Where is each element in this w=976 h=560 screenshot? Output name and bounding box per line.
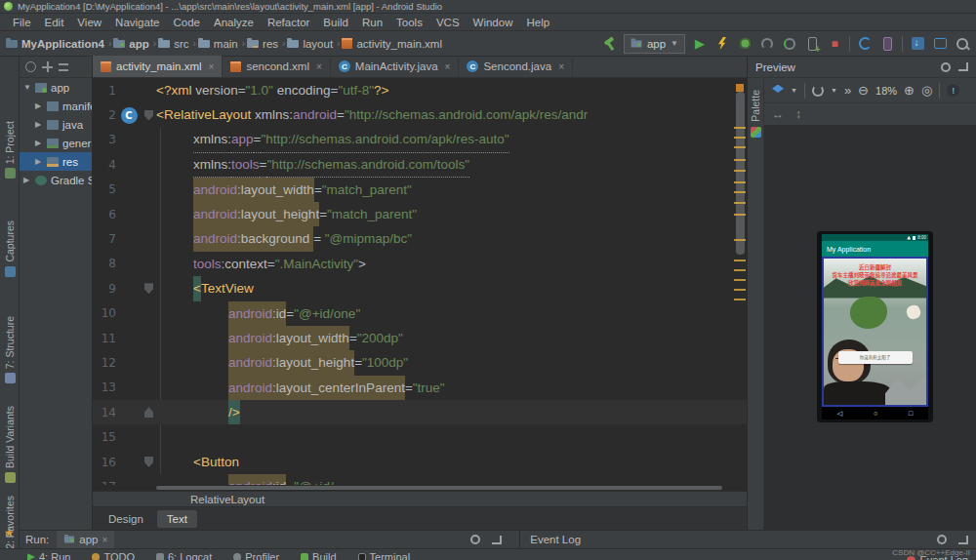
close-icon[interactable]: × <box>102 535 107 545</box>
status-bar-item-6-logcat[interactable]: 6: Logcat <box>156 551 212 560</box>
chevron-down-icon[interactable]: ▼ <box>831 87 837 94</box>
apply-changes-icon[interactable] <box>714 36 730 52</box>
menu-item-code[interactable]: Code <box>166 17 207 28</box>
breadcrumb-main[interactable]: main <box>198 38 238 50</box>
tree-item-gradle-scripts[interactable]: ▶Gradle Scripts <box>20 171 92 189</box>
close-icon[interactable]: × <box>316 61 322 72</box>
sdk-manager-icon[interactable] <box>910 36 925 52</box>
stop-icon[interactable]: ■ <box>827 36 842 52</box>
design-surface-icon[interactable] <box>772 85 784 97</box>
menu-item-navigate[interactable]: Navigate <box>108 17 166 28</box>
editor-tab-sencond.java[interactable]: CSencond.java× <box>459 56 573 77</box>
hide-panel-icon[interactable] <box>958 536 968 544</box>
select-device-icon[interactable] <box>804 36 820 52</box>
tool-strip-captures[interactable]: Captures <box>0 220 20 277</box>
tree-expand-arrow[interactable]: ▶ <box>23 176 31 184</box>
menu-item-refactor[interactable]: Refactor <box>261 17 316 28</box>
code-editor[interactable]: 1<?xml version="1.0" encoding="utf-8"?>2… <box>93 78 747 485</box>
fold-marker-icon[interactable] <box>144 110 153 121</box>
profiler-icon[interactable] <box>759 36 775 52</box>
locate-icon[interactable] <box>42 61 53 72</box>
mode-tab-text[interactable]: Text <box>157 510 197 528</box>
tree-item-app[interactable]: ▼app <box>20 78 92 97</box>
menu-item-run[interactable]: Run <box>355 17 389 28</box>
breadcrumb-app[interactable]: app <box>113 38 148 50</box>
menu-item-help[interactable]: Help <box>519 17 556 28</box>
close-icon[interactable]: × <box>445 61 451 72</box>
resize-horizontal-icon[interactable]: ↔ <box>772 107 784 121</box>
avd-manager-icon[interactable] <box>879 36 895 52</box>
run-configuration-dropdown[interactable]: app ▼ <box>624 34 685 54</box>
tree-expand-arrow[interactable]: ▶ <box>35 139 43 147</box>
editor-tab-activity_main.xml[interactable]: activity_main.xml× <box>93 56 223 77</box>
sync-project-icon[interactable] <box>857 36 873 52</box>
run-tab-app[interactable]: app × <box>57 531 114 549</box>
hide-panel-icon[interactable] <box>958 62 968 71</box>
menu-item-tools[interactable]: Tools <box>389 17 429 28</box>
status-bar-item-terminal[interactable]: Terminal <box>358 551 411 560</box>
debug-icon[interactable] <box>737 36 752 52</box>
zoom-fit-icon[interactable]: ◎ <box>921 83 932 98</box>
breadcrumb-src[interactable]: src <box>158 38 188 50</box>
device-preview[interactable]: 8:00 My Application 近日新疆解封货车 <box>817 231 933 422</box>
resize-vertical-icon[interactable]: ↕ <box>795 107 801 121</box>
gear-icon[interactable] <box>937 535 947 544</box>
build-hammer-icon[interactable] <box>601 36 617 52</box>
fold-marker-icon[interactable] <box>144 407 153 418</box>
device-file-explorer-icon[interactable] <box>932 36 948 52</box>
attach-debugger-icon[interactable] <box>782 36 797 52</box>
editor-tab-mainactivity.java[interactable]: CMainActivity.java× <box>331 56 460 77</box>
code-line-14: 14/> <box>93 400 747 424</box>
breadcrumb-activity_main.xml[interactable]: activity_main.xml <box>342 38 442 50</box>
status-bar-item-profiler[interactable]: Profiler <box>233 551 279 560</box>
breadcrumb-myapplication4[interactable]: MyApplication4 <box>6 38 104 50</box>
more-actions-icon[interactable]: » <box>844 83 851 98</box>
search-everywhere-icon[interactable] <box>955 36 970 52</box>
run-icon[interactable]: ▶ <box>692 36 708 52</box>
status-bar-item-4-run[interactable]: 4: Run <box>27 551 70 560</box>
menu-item-edit[interactable]: Edit <box>38 17 71 28</box>
hide-panel-icon[interactable] <box>492 536 502 544</box>
tree-item-generated[interactable]: ▶generated <box>20 134 92 152</box>
render-errors-icon[interactable]: ! <box>947 84 959 97</box>
breadcrumb-layout[interactable]: layout <box>287 38 333 50</box>
menu-item-analyze[interactable]: Analyze <box>207 17 261 28</box>
zoom-in-icon[interactable]: ⊕ <box>904 83 915 98</box>
status-bar-item-todo[interactable]: TODO <box>92 551 135 560</box>
menu-item-window[interactable]: Window <box>467 17 520 28</box>
menu-item-vcs[interactable]: VCS <box>429 17 467 28</box>
status-bar-item-build[interactable]: Build <box>301 551 336 560</box>
gear-icon[interactable] <box>941 62 951 72</box>
palette-tab[interactable]: Palette <box>750 90 761 122</box>
event-log-status-button[interactable]: Event Log <box>907 554 968 560</box>
fold-marker-icon[interactable] <box>144 457 153 467</box>
breadcrumb-res[interactable]: res <box>247 38 278 50</box>
tool-strip-7-structure[interactable]: 7: Structure <box>0 316 20 383</box>
menu-item-file[interactable]: File <box>6 17 38 28</box>
favorites-star-icon[interactable]: ★ <box>4 527 15 539</box>
tree-item-manifests[interactable]: ▶manifests <box>20 97 92 115</box>
collapse-all-icon[interactable] <box>59 63 68 71</box>
zoom-out-icon[interactable]: ⊖ <box>858 83 869 98</box>
chevron-down-icon[interactable]: ▼ <box>791 87 797 94</box>
editor-tab-sencond.xml[interactable]: sencond.xml× <box>223 56 330 77</box>
close-icon[interactable]: × <box>209 61 215 72</box>
close-icon[interactable]: × <box>558 61 564 72</box>
gear-icon[interactable] <box>470 535 480 544</box>
tool-strip-1-project[interactable]: 1: Project <box>0 121 20 179</box>
menu-item-view[interactable]: View <box>70 17 108 28</box>
mode-tab-design[interactable]: Design <box>99 510 153 528</box>
tree-item-res[interactable]: ▶res <box>20 152 92 171</box>
refresh-icon[interactable] <box>25 61 36 72</box>
tree-expand-arrow[interactable]: ▶ <box>35 157 43 166</box>
tool-strip-build-variants[interactable]: Build Variants <box>0 406 20 483</box>
tree-item-java[interactable]: ▶java <box>20 115 92 134</box>
orientation-icon[interactable] <box>812 85 824 97</box>
breadcrumb-relativelayout[interactable]: RelativeLayout <box>190 494 264 505</box>
fold-marker-icon[interactable] <box>144 283 153 294</box>
menu-item-build[interactable]: Build <box>316 17 355 28</box>
tree-expand-arrow[interactable]: ▶ <box>35 101 43 110</box>
horizontal-scrollbar[interactable] <box>156 486 722 490</box>
tree-expand-arrow[interactable]: ▼ <box>23 83 31 92</box>
tree-expand-arrow[interactable]: ▶ <box>35 120 43 129</box>
